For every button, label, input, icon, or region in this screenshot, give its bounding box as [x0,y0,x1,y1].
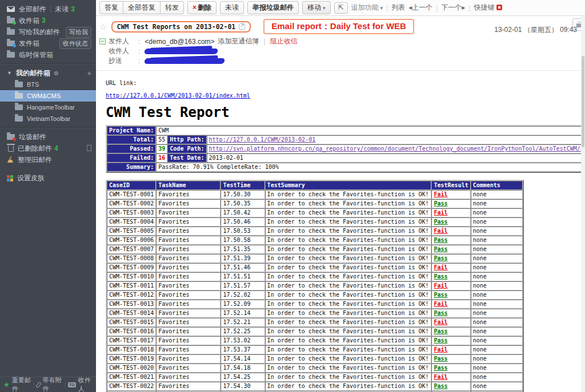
sidebar-item-skin[interactable]: 设置皮肤 [0,172,96,184]
sidebar-item-spam[interactable]: 垃圾邮件 [0,131,96,143]
test-result-link[interactable]: Pass [434,328,447,334]
vertical-scrollbar[interactable] [581,16,585,392]
sidebar-item-outbox[interactable]: 发件箱 收件状态 [0,38,96,49]
summary-row-total: Total: 55 Http Path: http://127.0.0.1/CW… [107,135,585,144]
test-result-link[interactable]: Fail [434,319,447,325]
code-path-link[interactable]: http://svn.platform.nhncorp.cn/qa_reposi… [209,146,585,152]
scrollbar-thumb[interactable] [582,56,584,147]
shortcut-link[interactable]: 快捷键 [474,3,502,13]
test-result-link[interactable]: Pass [434,200,447,207]
task-name-cell: Favorites [156,236,221,245]
add-folder-icon[interactable]: + [87,69,91,78]
reply-button[interactable]: 答复 [99,1,123,14]
sidebar-item-inbox[interactable]: 收件箱 3 [0,15,96,26]
test-result-link[interactable]: Pass [434,383,447,389]
test-result-link[interactable]: Pass [434,255,447,261]
move-button[interactable]: 移动▾ [302,1,331,14]
forward-button[interactable]: 转发 [160,1,184,14]
chevron-down-icon[interactable]: ▼ [7,70,12,76]
test-result-link[interactable]: Pass [434,273,447,280]
prev-mail-link[interactable]: ◂上一个 [408,3,432,13]
recipient-filter[interactable]: 收件人 [78,376,93,392]
from-row: − 发件人 : <demo_db@163.com> 添加至通信簿 | 阻止收信 [99,37,579,46]
report-spam-button[interactable]: 举报垃圾邮件 [247,1,299,14]
mark-unread-button[interactable]: 未读 [220,1,244,14]
test-result-link[interactable]: Fail [434,264,447,270]
test-result-link[interactable]: Fail [434,346,447,353]
table-row: CWM-TEST-0016Favorites17.52.25In order t… [107,327,523,336]
case-id-cell: CWM-TEST-0020 [107,363,156,373]
list-view-link[interactable]: 列表 [391,3,405,13]
caret-down-icon: ▾ [380,5,383,11]
mail-header: ☆ CWM Test Reports on 2013-02-01 Email r… [96,16,585,71]
sidebar-folder-vietnam[interactable]: VietnamToolbar [0,113,96,124]
case-id-cell: CWM-TEST-0018 [107,345,156,354]
case-id-cell: CWM-TEST-0013 [107,300,156,309]
delete-button[interactable]: ×删除 [187,1,217,14]
summary-label: Summary: [107,163,156,172]
star-icon: ★ [3,381,10,389]
skin-palette-icon [7,175,13,181]
from-label: 发件人 [109,37,138,46]
task-name-cell: Favorites [156,227,221,236]
trash-icon [8,146,14,152]
test-result-link[interactable]: Pass [434,237,447,243]
sidebar-item-all-mail[interactable]: 全部邮件 | 未读 3 [0,3,96,15]
broom-icon [7,156,14,163]
test-result-link[interactable]: Fail [434,228,447,234]
sidebar-item-to-me[interactable]: 写给我的邮件 写给我 [0,26,96,38]
test-result-link[interactable]: Fail [434,282,447,289]
test-result-link[interactable]: Pass [434,310,447,316]
block-sender-link[interactable]: 阻止收信 [270,37,298,46]
attachment-filter[interactable]: 带有附件 [42,376,62,392]
test-result-link[interactable]: Pass [434,365,447,371]
inbox-count: 3 [42,17,46,25]
gear-icon[interactable]: ⚙ [54,70,59,76]
test-result-cell: Fail [431,208,470,217]
collapse-icon[interactable]: − [99,38,106,45]
comments-cell: none [471,336,523,345]
test-result-link[interactable]: Pass [434,337,447,343]
test-result-link[interactable]: Pass [434,292,447,298]
write-to-me-button[interactable]: 写给我 [66,27,91,38]
reply-all-button[interactable]: 全部答复 [123,1,161,14]
test-result-link[interactable]: Pass [434,355,447,362]
summary-row-summary: Summary: PassRate: 70.91% CompleteRate: … [107,163,585,172]
table-row: CWM-TEST-0001Favorites17.50.30In order t… [107,190,523,199]
sidebar-item-trash[interactable]: 已删除邮件 4 [0,143,96,154]
add-to-contacts-link[interactable]: 添加至通信簿 [218,37,259,46]
sidebar-folder-cwmcms[interactable]: CWM&CMS [0,90,96,102]
external-link-icon[interactable] [239,23,245,30]
sidebar-folder-hangame[interactable]: HangameToolbar [0,102,96,113]
export-button[interactable]: ⇱ [334,2,348,14]
test-result-link[interactable]: Fail [434,374,447,380]
case-id-cell: CWM-TEST-0006 [107,236,156,245]
test-time-cell: 17.54.30 [221,382,265,391]
test-result-link[interactable]: Fail [434,209,447,216]
test-time-cell: 17.53.37 [221,345,265,354]
http-path-link[interactable]: http://127.0.0.1/CWM/2013-02-01 [209,136,316,143]
add-function-menu[interactable]: 追加功能▾ [351,3,383,13]
sidebar-section-my-folders[interactable]: ▼ 我的邮件箱 ⚙ + [0,67,96,79]
task-name-cell: Favorites [156,382,221,391]
important-mail-filter[interactable]: 重要邮件 [12,376,31,392]
sidebar-item-drafts[interactable]: 临时保管箱 [0,49,96,60]
receive-status-button[interactable]: 收件状态 [59,38,91,49]
case-id-cell: CWM-TEST-0017 [107,336,156,345]
star-outline-icon[interactable]: ☆ [99,22,107,31]
unread-label[interactable]: 未读 [55,5,69,14]
test-result-link[interactable]: Fail [434,301,447,307]
divider: | [386,4,388,12]
redacted-cc [144,58,225,64]
empty-trash-icon[interactable] [87,146,91,151]
test-result-link[interactable]: Pass [434,246,447,252]
case-id-cell: CWM-TEST-0001 [107,190,156,199]
next-mail-link[interactable]: 下一个▸ [441,3,465,13]
test-result-cell: Fail [431,281,470,290]
test-result-link[interactable]: Fail [434,191,447,197]
report-url-link[interactable]: http://127.0.0.1/CWM/2013-02-01/index.ht… [106,92,250,99]
sidebar-item-cleanup[interactable]: 整理旧邮件 [0,154,96,165]
test-result-link[interactable]: Pass [434,219,447,225]
sidebar-folder-bts[interactable]: BTS [0,79,96,90]
annotation-box: Email report：Daily Test for WEB [263,19,414,34]
